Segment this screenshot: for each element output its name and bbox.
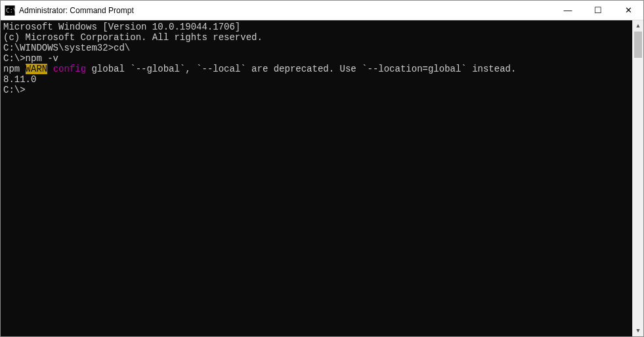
space	[47, 64, 53, 74]
close-icon: ✕	[625, 5, 632, 15]
scroll-down-button[interactable]: ▼	[633, 325, 643, 336]
scrollbar-track[interactable]	[633, 32, 643, 325]
minimize-icon: —	[564, 5, 572, 15]
minimize-button[interactable]: —	[553, 1, 583, 20]
client-area: Microsoft Windows [Version 10.0.19044.17…	[1, 20, 643, 336]
chevron-up-icon: ▲	[636, 23, 639, 30]
titlebar[interactable]: C:\ Administrator: Command Prompt — ☐ ✕	[1, 1, 643, 20]
chevron-down-icon: ▼	[636, 328, 639, 334]
scrollbar-thumb[interactable]	[634, 32, 642, 58]
vertical-scrollbar[interactable]: ▲ ▼	[632, 20, 643, 336]
npm-label: npm	[3, 64, 26, 74]
prompt-line: C:\>	[3, 85, 630, 95]
command-prompt-window: C:\ Administrator: Command Prompt — ☐ ✕ …	[0, 0, 644, 337]
maximize-button[interactable]: ☐	[583, 1, 613, 20]
warn-badge: WARN	[26, 64, 48, 74]
version-line: 8.11.0	[3, 74, 630, 85]
npm-warn-line: npm WARN config global `--global`, `--lo…	[3, 64, 630, 74]
window-title: Administrator: Command Prompt	[19, 6, 134, 15]
banner-line: Microsoft Windows [Version 10.0.19044.17…	[3, 22, 630, 32]
close-button[interactable]: ✕	[613, 1, 643, 20]
warn-message: global `--global`, `--local` are depreca…	[86, 64, 516, 74]
svg-text:C:\: C:\	[6, 7, 15, 14]
prompt-line: C:\>npm -v	[3, 53, 630, 64]
terminal[interactable]: Microsoft Windows [Version 10.0.19044.17…	[1, 20, 632, 336]
cmd-icon: C:\	[5, 5, 15, 16]
title-left: C:\ Administrator: Command Prompt	[1, 5, 134, 16]
config-keyword: config	[53, 64, 86, 74]
maximize-icon: ☐	[594, 5, 602, 15]
scroll-up-button[interactable]: ▲	[633, 20, 643, 32]
copyright-line: (c) Microsoft Corporation. All rights re…	[3, 32, 630, 43]
prompt-line: C:\WINDOWS\system32>cd\	[3, 43, 630, 53]
